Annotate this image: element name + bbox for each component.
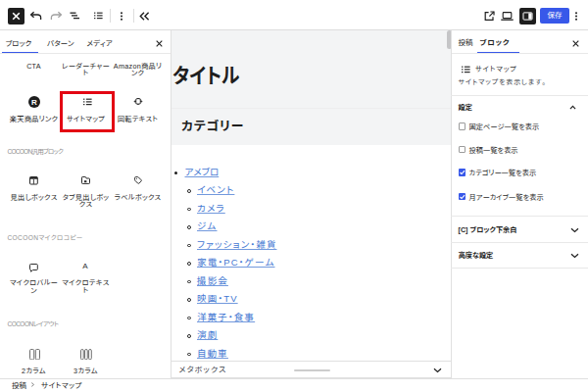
svg-text:R: R: [31, 98, 37, 107]
